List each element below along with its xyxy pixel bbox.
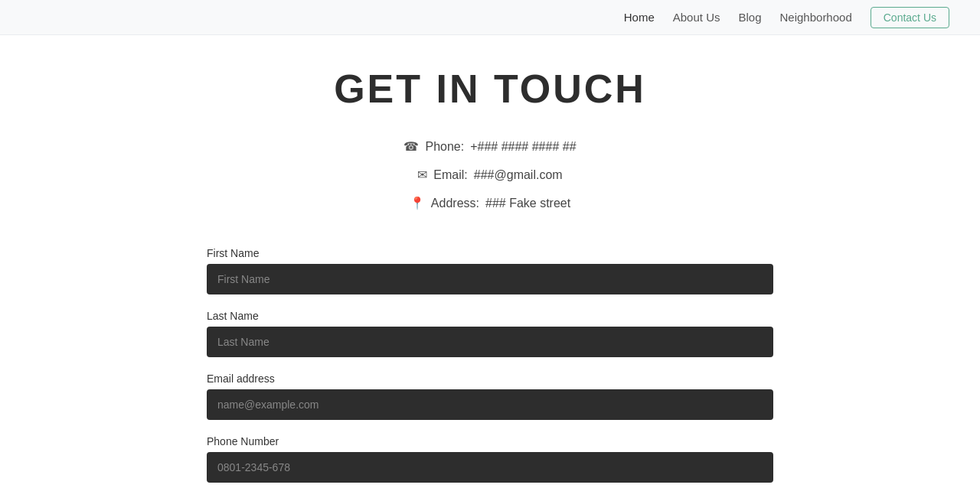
nav-links: Home About Us Blog Neighborhood Contact …	[624, 7, 949, 28]
last-name-label: Last Name	[207, 310, 773, 322]
nav-link-about[interactable]: About Us	[673, 11, 720, 24]
nav-item-about[interactable]: About Us	[673, 11, 720, 24]
nav-item-home[interactable]: Home	[624, 11, 655, 24]
address-icon: 📍	[410, 196, 425, 210]
email-label: Email address	[207, 373, 773, 385]
address-label: Address:	[431, 197, 479, 210]
page-title: GET IN TOUCH	[207, 66, 773, 112]
nav-item-neighborhood[interactable]: Neighborhood	[780, 11, 852, 24]
first-name-group: First Name	[207, 247, 773, 294]
phone-info: ☎ Phone: +### #### #### ##	[403, 139, 576, 154]
nav-item-blog[interactable]: Blog	[738, 11, 761, 24]
nav-link-neighborhood[interactable]: Neighborhood	[780, 11, 852, 24]
email-value: ###@gmail.com	[474, 168, 563, 182]
email-icon: ✉	[417, 168, 427, 182]
last-name-group: Last Name	[207, 310, 773, 357]
nav-link-blog[interactable]: Blog	[738, 11, 761, 24]
email-input[interactable]	[207, 389, 773, 420]
contact-us-button[interactable]: Contact Us	[871, 7, 949, 28]
first-name-input[interactable]	[207, 264, 773, 294]
email-info: ✉ Email: ###@gmail.com	[417, 168, 562, 182]
nav-item-contact[interactable]: Contact Us	[871, 7, 949, 28]
phone-value: +### #### #### ##	[470, 140, 576, 154]
phone-label: Phone Number	[207, 435, 773, 447]
email-label: Email:	[433, 168, 467, 182]
address-value: ### Fake street	[485, 197, 570, 210]
first-name-label: First Name	[207, 247, 773, 259]
phone-icon: ☎	[403, 139, 419, 154]
phone-label: Phone:	[425, 140, 464, 154]
main-content: GET IN TOUCH ☎ Phone: +### #### #### ## …	[191, 35, 789, 488]
email-group: Email address	[207, 373, 773, 420]
contact-info-section: ☎ Phone: +### #### #### ## ✉ Email: ###@…	[207, 139, 773, 210]
contact-form: First Name Last Name Email address Phone…	[207, 247, 773, 488]
last-name-input[interactable]	[207, 327, 773, 357]
phone-group: Phone Number	[207, 435, 773, 483]
phone-input[interactable]	[207, 452, 773, 483]
navbar: Home About Us Blog Neighborhood Contact …	[0, 0, 980, 35]
address-info: 📍 Address: ### Fake street	[410, 196, 570, 210]
nav-link-home[interactable]: Home	[624, 11, 655, 24]
